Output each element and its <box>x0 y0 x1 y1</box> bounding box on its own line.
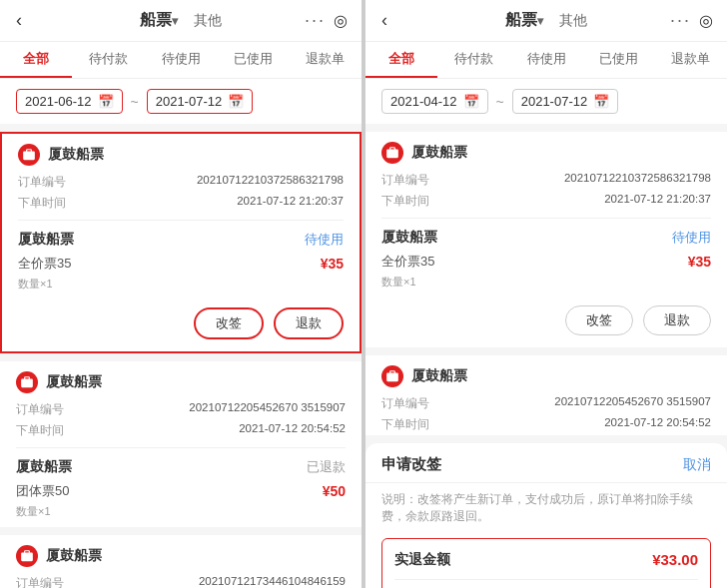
right-order-1-status: 待使用 <box>672 229 711 247</box>
right-order-1-price-row: 全价票35 ¥35 <box>381 251 711 273</box>
right-tab-pending-use[interactable]: 待使用 <box>510 42 582 78</box>
right-dots-button[interactable]: ··· <box>670 10 691 31</box>
left-tab-pending-pay[interactable]: 待付款 <box>72 42 144 78</box>
right-order-1-no-label: 订单编号 <box>381 172 431 189</box>
left-phone: ‹ 船票▾ 其他 ··· ◎ 全部 待付款 待使用 已使用 退款单 2021-0… <box>0 0 362 588</box>
left-order-2-icon <box>16 371 38 393</box>
right-order-1-no-row: 订单编号 20210712210372586321798 <box>381 170 711 191</box>
right-header: ‹ 船票▾ 其他 ··· ◎ <box>365 0 727 42</box>
right-order-2-no-value: 20210712205452670 3515907 <box>554 395 711 412</box>
right-order-1-ticket: 全价票35 <box>381 253 434 271</box>
left-tab-used[interactable]: 已使用 <box>217 42 289 78</box>
left-date-sep: ~ <box>131 94 139 110</box>
right-title: 船票▾ <box>505 10 543 31</box>
left-order-2-time-value: 2021-07-12 20:54:52 <box>239 422 346 439</box>
right-date-end[interactable]: 2021-07-12 📅 <box>512 89 619 114</box>
left-tab-all[interactable]: 全部 <box>0 42 72 78</box>
left-order-1: 厦鼓船票 订单编号 20210712210372586321798 下单时间 2… <box>0 132 362 353</box>
left-order-2-name: 厦鼓船票 <box>16 458 72 476</box>
right-order-1-no-value: 20210712210372586321798 <box>564 172 711 189</box>
right-order-1-name-row: 厦鼓船票 待使用 <box>381 225 711 251</box>
left-order-1-time-value: 2021-07-12 21:20:37 <box>237 195 344 212</box>
left-calendar-start-icon: 📅 <box>98 94 114 109</box>
left-order-2-time-label: 下单时间 <box>16 422 66 439</box>
right-popup-actual-label: 实退金额 <box>394 551 450 569</box>
right-end-date-value: 2021-07-12 <box>521 94 588 109</box>
left-date-start[interactable]: 2021-06-12 📅 <box>16 89 123 114</box>
right-target-icon[interactable]: ◎ <box>699 11 713 30</box>
left-order-3-no-label: 订单编号 <box>16 575 66 588</box>
left-order-1-name: 厦鼓船票 <box>18 231 74 249</box>
right-order-1-qty: 数量×1 <box>381 273 711 297</box>
right-tab-all[interactable]: 全部 <box>365 42 437 78</box>
left-order-1-icon <box>18 144 40 166</box>
left-order-1-header: 厦鼓船票 <box>18 134 344 172</box>
right-calendar-start-icon: 📅 <box>463 94 479 109</box>
left-date-filter: 2021-06-12 📅 ~ 2021-07-12 📅 <box>0 79 362 124</box>
right-order-1-time-label: 下单时间 <box>381 193 431 210</box>
right-date-sep: ~ <box>496 94 504 110</box>
left-order-2: 厦鼓船票 订单编号 20210712205452670 3515907 下单时间… <box>0 361 362 527</box>
right-popup-title: 申请改签 <box>381 455 441 474</box>
left-order-3-icon <box>16 545 38 567</box>
right-phone: ‹ 船票▾ 其他 ··· ◎ 全部 待付款 待使用 已使用 退款单 2021-0… <box>365 0 727 588</box>
left-order-2-no-label: 订单编号 <box>16 401 66 418</box>
right-order-1-icon <box>381 142 403 164</box>
left-order-2-time-row: 下单时间 2021-07-12 20:54:52 <box>16 420 346 441</box>
right-tab-pending-pay[interactable]: 待付款 <box>437 42 509 78</box>
left-order-2-divider <box>16 447 346 448</box>
left-order-2-no-value: 20210712205452670 3515907 <box>189 401 346 418</box>
left-target-icon[interactable]: ◎ <box>334 11 348 30</box>
right-popup-notice: 说明：改签将产生新订单，支付成功后，原订单将扣除手续费，余款原路退回。 <box>365 483 727 534</box>
right-other-button[interactable]: 其他 <box>559 12 587 30</box>
right-order-1-time-value: 2021-07-12 21:20:37 <box>604 193 711 210</box>
left-order-1-qty: 数量×1 <box>18 275 344 299</box>
right-order-1-time-row: 下单时间 2021-07-12 21:20:37 <box>381 191 711 212</box>
right-tab-refund[interactable]: 退款单 <box>655 42 727 78</box>
left-refund-button[interactable]: 退款 <box>274 307 344 339</box>
right-order-2-time-value: 2021-07-12 20:54:52 <box>604 416 711 433</box>
right-order-2-header: 厦鼓船票 <box>381 355 711 393</box>
right-order-2-icon <box>381 365 403 387</box>
left-back-button[interactable]: ‹ <box>16 10 22 31</box>
right-popup-highlight-box: 实退金额 ¥33.00 全价票35×1 （厦鼓船票） ¥35 - ¥2 <box>381 538 711 589</box>
left-order-3-no-value: 20210712173446104846159 <box>199 575 346 588</box>
left-other-button[interactable]: 其他 <box>194 12 222 30</box>
right-order-1-header: 厦鼓船票 <box>381 132 711 170</box>
right-refund-button[interactable]: 退款 <box>643 305 711 335</box>
right-tab-used[interactable]: 已使用 <box>582 42 654 78</box>
left-order-2-no-row: 订单编号 20210712205452670 3515907 <box>16 399 346 420</box>
right-scroll: 2021-04-12 📅 ~ 2021-07-12 📅 厦鼓船票 订单编号 20… <box>365 79 727 588</box>
left-order-1-no-row: 订单编号 20210712210372586321798 <box>18 172 344 193</box>
left-tab-refund[interactable]: 退款单 <box>290 42 362 78</box>
right-tabs: 全部 待付款 待使用 已使用 退款单 <box>365 42 727 79</box>
right-order-1-divider <box>381 218 711 219</box>
left-dots-button[interactable]: ··· <box>305 10 326 31</box>
right-popup-cancel-button[interactable]: 取消 <box>683 456 711 474</box>
left-calendar-end-icon: 📅 <box>228 94 244 109</box>
right-order-1-name: 厦鼓船票 <box>381 229 437 247</box>
left-change-ticket-button[interactable]: 改签 <box>194 307 264 339</box>
right-back-button[interactable]: ‹ <box>381 10 387 31</box>
right-date-start[interactable]: 2021-04-12 📅 <box>381 89 488 114</box>
right-calendar-end-icon: 📅 <box>593 94 609 109</box>
left-order-2-source: 厦鼓船票 <box>46 373 102 391</box>
left-date-end[interactable]: 2021-07-12 📅 <box>147 89 254 114</box>
right-start-date-value: 2021-04-12 <box>390 94 457 109</box>
left-order-2-name-row: 厦鼓船票 已退款 <box>16 454 346 480</box>
right-order-2-no-row: 订单编号 20210712205452670 3515907 <box>381 393 711 414</box>
left-order-1-divider <box>18 220 344 221</box>
right-order-2-time-label: 下单时间 <box>381 416 431 433</box>
left-order-1-time-row: 下单时间 2021-07-12 21:20:37 <box>18 193 344 214</box>
left-tab-pending-use[interactable]: 待使用 <box>145 42 217 78</box>
left-order-3-no-row: 订单编号 20210712173446104846159 <box>16 573 346 588</box>
left-order-1-no-value: 20210712210372586321798 <box>197 174 344 191</box>
left-order-1-name-row: 厦鼓船票 待使用 <box>18 227 344 253</box>
right-order-1-price: ¥35 <box>688 254 711 270</box>
left-header: ‹ 船票▾ 其他 ··· ◎ <box>0 0 362 42</box>
right-change-ticket-button[interactable]: 改签 <box>565 305 633 335</box>
left-order-1-actions: 改签 退款 <box>18 299 344 351</box>
left-order-2-ticket: 团体票50 <box>16 482 69 500</box>
left-order-2-price: ¥50 <box>323 483 346 499</box>
left-order-1-no-label: 订单编号 <box>18 174 68 191</box>
